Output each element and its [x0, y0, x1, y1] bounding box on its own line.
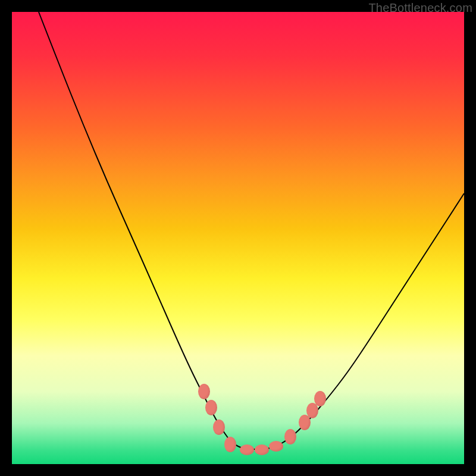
curve-marker: [255, 444, 269, 455]
curve-markers: [12, 12, 464, 464]
curve-marker: [284, 429, 296, 444]
curve-marker: [198, 384, 210, 399]
curve-marker: [213, 419, 225, 435]
watermark-text: TheBottleneck.com: [368, 1, 472, 15]
curve-marker: [224, 437, 236, 452]
curve-marker: [205, 400, 217, 415]
curve-marker: [240, 444, 254, 455]
chart-frame: TheBottleneck.com: [0, 0, 476, 476]
plot-area: [12, 12, 464, 464]
curve-marker: [269, 441, 283, 452]
curve-marker: [314, 391, 326, 406]
